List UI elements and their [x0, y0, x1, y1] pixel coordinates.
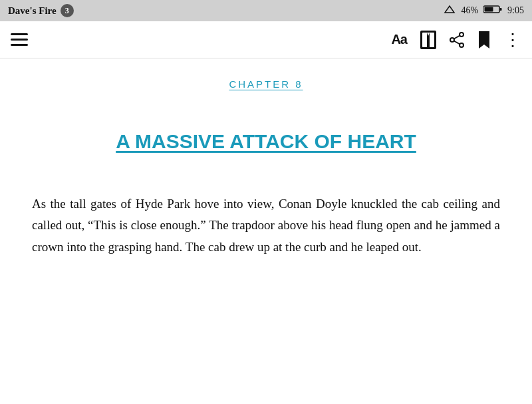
- svg-point-11: [450, 38, 454, 42]
- app-name: Dave's Fire: [8, 5, 57, 17]
- library-icon[interactable]: [420, 31, 436, 49]
- battery-percent: 46%: [461, 5, 478, 16]
- svg-point-12: [460, 43, 464, 47]
- time-display: 9:05: [507, 5, 524, 16]
- svg-rect-5: [11, 44, 28, 46]
- hamburger-icon[interactable]: [11, 33, 28, 47]
- signal-icon: [444, 5, 456, 17]
- svg-line-14: [454, 41, 460, 44]
- status-bar: Dave's Fire 3 46% 9:05: [0, 0, 532, 21]
- svg-rect-1: [500, 8, 502, 11]
- font-size-button[interactable]: Aa: [391, 32, 407, 47]
- reading-content: CHAPTER 8 A MASSIVE ATTACK OF HEART As t…: [0, 58, 532, 271]
- svg-point-10: [460, 33, 464, 37]
- chapter-label: CHAPTER 8: [32, 78, 500, 90]
- svg-rect-2: [485, 7, 493, 12]
- toolbar: Aa ⋮: [0, 21, 532, 58]
- svg-line-13: [454, 35, 460, 39]
- status-right: 46% 9:05: [444, 5, 524, 17]
- svg-rect-4: [11, 39, 28, 41]
- more-options-icon[interactable]: ⋮: [504, 31, 521, 49]
- status-left: Dave's Fire 3: [8, 4, 74, 17]
- chapter-body-text: As the tall gates of Hyde Park hove into…: [32, 193, 500, 258]
- battery-icon: [483, 5, 502, 17]
- svg-rect-3: [11, 33, 28, 35]
- share-icon[interactable]: [450, 32, 464, 48]
- notification-badge: 3: [61, 4, 74, 17]
- chapter-title: A MASSIVE ATTACK OF HEART: [32, 130, 500, 153]
- toolbar-right: Aa ⋮: [391, 31, 521, 49]
- bookmark-icon[interactable]: [477, 31, 491, 49]
- toolbar-left: [11, 33, 28, 47]
